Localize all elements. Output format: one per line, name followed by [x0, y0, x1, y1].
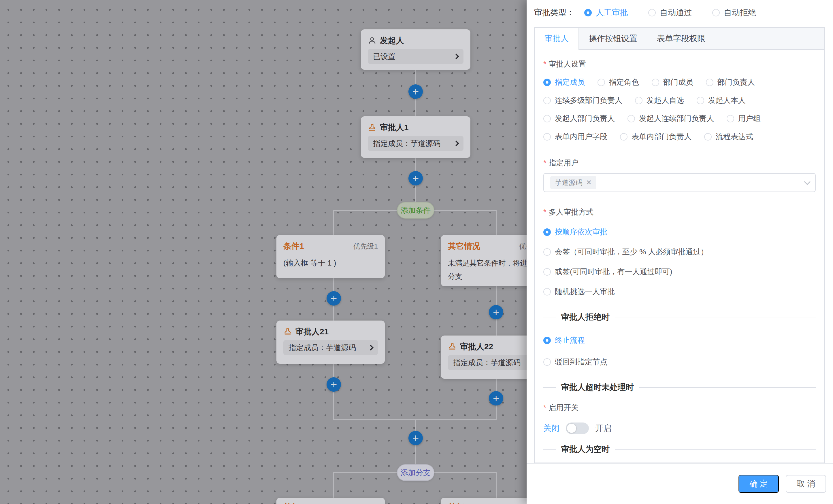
node-config-text: 指定成员：芋道源码: [288, 343, 356, 353]
tab-form-field-permissions[interactable]: 表单字段权限: [647, 28, 715, 49]
settings-tabs-card: 审批人 操作按钮设置 表单字段权限 审批人设置 指定成员 指定角色 部门成员: [534, 27, 825, 463]
add-node-button[interactable]: +: [408, 84, 423, 99]
enable-switch-label: 启用开关: [543, 403, 816, 413]
divider-line: [615, 317, 816, 318]
radio-icon: [697, 97, 704, 104]
approver-setting-row: 表单内用户字段 表单内部门负责人 流程表达式: [543, 132, 816, 142]
reject-section-divider: 审批人拒绝时: [543, 311, 816, 323]
divider-line: [543, 449, 556, 450]
node-condition1[interactable]: 条件1 优先级1 (输入框 等于 1 ): [277, 235, 385, 278]
radio-form-user-field[interactable]: 表单内用户字段: [543, 132, 607, 142]
tab-button-settings[interactable]: 操作按钮设置: [579, 28, 647, 49]
radio-icon: [648, 9, 656, 17]
node-priority: 无优先级: [350, 503, 378, 504]
radio-icon: [543, 79, 551, 86]
radio-or-sign[interactable]: 或签(可同时审批，有一人通过即可): [543, 267, 816, 277]
radio-return-to-node[interactable]: 驳回到指定节点: [543, 357, 816, 367]
approver-setting-row: 指定成员 指定角色 部门成员 部门负责人: [543, 77, 816, 87]
node-title: 审批人1: [380, 122, 409, 133]
stamp-icon: [283, 327, 292, 336]
add-branch-button[interactable]: 添加分支: [397, 464, 434, 481]
node-title: 发起人: [380, 35, 404, 46]
radio-approve-type-auto-pass[interactable]: 自动通过: [648, 7, 692, 18]
confirm-button[interactable]: 确 定: [738, 475, 779, 493]
node-config-row[interactable]: 已设置: [368, 49, 463, 64]
node-config-row[interactable]: 指定成员：芋道源码: [283, 340, 378, 355]
node-title: 并行2: [448, 502, 469, 504]
radio-dept-leader[interactable]: 部门负责人: [706, 77, 755, 87]
radio-terminate-process[interactable]: 终止流程: [543, 335, 816, 345]
radio-icon: [543, 97, 551, 104]
radio-random-one[interactable]: 随机挑选一人审批: [543, 286, 816, 297]
add-node-button[interactable]: +: [408, 171, 423, 185]
radio-sequential-approve[interactable]: 按顺序依次审批: [543, 227, 816, 237]
connector-line: [333, 472, 334, 498]
radio-approve-type-manual[interactable]: 人工审批: [584, 7, 628, 18]
radio-countersign[interactable]: 会签（可同时审批，至少 % 人必须审批通过）: [543, 247, 816, 257]
connector-line: [333, 364, 334, 420]
radio-icon: [706, 79, 713, 86]
node-approver1[interactable]: 审批人1 指定成员：芋道源码: [361, 116, 470, 158]
timeout-enable-switch[interactable]: [566, 423, 589, 434]
node-title: 并行1: [283, 502, 304, 504]
divider-line: [639, 387, 816, 388]
radio-icon: [543, 358, 551, 366]
switch-off-label: 关闭: [543, 423, 560, 434]
radio-icon: [620, 133, 627, 141]
radio-initiator-choose[interactable]: 发起人自选: [635, 95, 684, 105]
radio-icon: [712, 9, 720, 17]
node-approver21[interactable]: 审批人21 指定成员：芋道源码: [277, 321, 385, 364]
radio-assign-role[interactable]: 指定角色: [597, 77, 639, 87]
tab-approver[interactable]: 审批人: [535, 28, 579, 49]
divider-line: [543, 317, 556, 318]
node-config-row[interactable]: 指定成员：芋道源码: [368, 136, 463, 151]
empty-section-divider: 审批人为空时: [543, 444, 816, 455]
timeout-section-divider: 审批人超时未处理时: [543, 382, 816, 393]
stamp-icon: [368, 123, 376, 132]
radio-assign-member[interactable]: 指定成员: [543, 77, 585, 87]
radio-dept-member[interactable]: 部门成员: [652, 77, 693, 87]
selected-user-name: 芋道源码: [555, 178, 582, 187]
add-node-button[interactable]: +: [327, 377, 341, 392]
node-initiator[interactable]: 发起人 已设置: [361, 29, 470, 70]
radio-multi-level-dept-leader[interactable]: 连续多级部门负责人: [543, 95, 622, 105]
radio-icon: [652, 79, 659, 86]
chevron-right-icon: [368, 345, 374, 351]
assign-user-select[interactable]: 芋道源码 ✕: [543, 173, 816, 192]
node-config-text: 指定成员：芋道源码: [453, 358, 521, 368]
radio-icon: [635, 97, 642, 104]
radio-approve-type-auto-reject[interactable]: 自动拒绝: [712, 7, 756, 18]
radio-icon: [543, 288, 551, 296]
radio-initiator-dept-leader[interactable]: 发起人部门负责人: [543, 114, 615, 124]
radio-process-expression[interactable]: 流程表达式: [704, 132, 753, 142]
radio-form-dept-leader[interactable]: 表单内部门负责人: [620, 132, 691, 142]
switch-thumb: [567, 424, 576, 433]
multi-approve-mode-label: 多人审批方式: [543, 207, 816, 217]
radio-icon: [543, 133, 551, 141]
radio-icon: [543, 228, 551, 236]
add-node-button[interactable]: +: [327, 291, 341, 306]
approver-setting-row: 发起人部门负责人 发起人连续部门负责人 用户组: [543, 114, 816, 124]
radio-icon: [584, 9, 592, 17]
radio-user-group[interactable]: 用户组: [727, 114, 761, 124]
connector-line: [496, 210, 497, 235]
node-parallel1[interactable]: 并行1 无优先级: [277, 498, 385, 504]
radio-icon: [543, 115, 551, 122]
radio-initiator-self[interactable]: 发起人本人: [697, 95, 746, 105]
add-node-button[interactable]: +: [489, 305, 503, 320]
approver-setting-label: 审批人设置: [543, 59, 816, 69]
radio-icon: [727, 115, 734, 122]
radio-icon: [627, 115, 635, 122]
stamp-icon: [448, 343, 457, 351]
add-node-button[interactable]: +: [408, 431, 423, 445]
radio-initiator-multi-dept-leader[interactable]: 发起人连续部门负责人: [627, 114, 714, 124]
chevron-down-icon: [804, 179, 811, 185]
add-node-button[interactable]: +: [489, 391, 503, 405]
remove-user-icon[interactable]: ✕: [586, 179, 592, 186]
node-config-text: 指定成员：芋道源码: [373, 138, 441, 149]
node-config-text: 已设置: [373, 52, 396, 61]
person-icon: [368, 36, 376, 45]
add-condition-button[interactable]: 添加条件: [397, 202, 434, 219]
chevron-right-icon: [453, 141, 459, 146]
cancel-button[interactable]: 取 消: [786, 475, 826, 493]
